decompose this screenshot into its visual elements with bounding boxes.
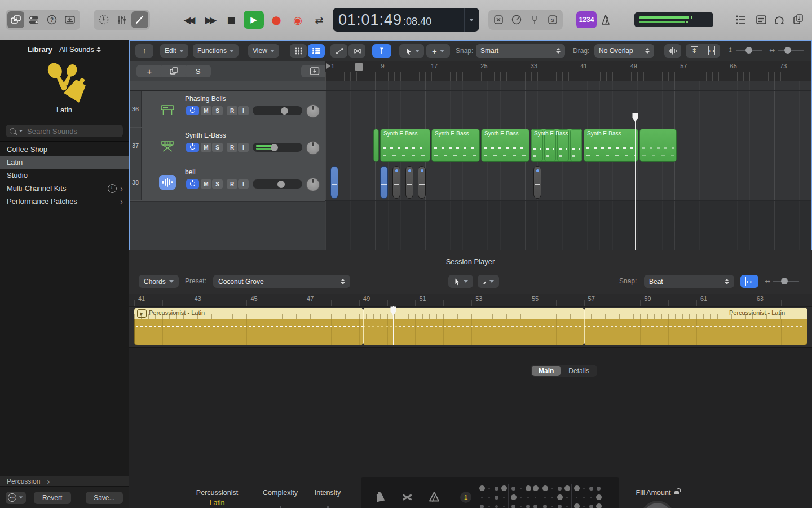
snap-select[interactable]: Smart: [476, 44, 565, 58]
hide-tracks-area-button[interactable]: ↑: [135, 44, 153, 58]
pattern-dot[interactable]: [558, 505, 562, 508]
tempo-gauge-icon[interactable]: [508, 11, 525, 28]
pattern-dot[interactable]: [596, 503, 602, 508]
midi-region[interactable]: Synth E-Bass: [380, 129, 430, 162]
pattern-dot[interactable]: [576, 497, 577, 498]
session-ruler[interactable]: 41434547495153555759616365: [129, 294, 812, 307]
edit-menu[interactable]: Edit: [160, 44, 188, 58]
pattern-dot[interactable]: [535, 497, 536, 498]
tab-main[interactable]: Main: [532, 366, 561, 376]
pattern-dot[interactable]: [520, 497, 522, 498]
region-play-icon[interactable]: ▶: [137, 309, 147, 318]
volume-slider[interactable]: [253, 106, 302, 115]
track-header-download-icon[interactable]: [301, 65, 328, 77]
claves-icon[interactable]: [399, 489, 415, 505]
audio-clip[interactable]: [405, 166, 413, 199]
help-icon[interactable]: ?: [43, 11, 60, 28]
tab-details[interactable]: Details: [562, 366, 596, 376]
volume-slider[interactable]: [253, 179, 302, 189]
playhead[interactable]: [635, 113, 636, 250]
record-enable-button[interactable]: R: [227, 143, 237, 152]
lcd-chevron-icon[interactable]: [464, 8, 474, 32]
forward-button[interactable]: ▶▶: [201, 11, 219, 29]
volume-knob[interactable]: [277, 181, 285, 188]
grid-view-icon[interactable]: [290, 44, 307, 58]
pattern-dot[interactable]: [511, 494, 517, 500]
save-button[interactable]: Save...: [86, 492, 123, 504]
rewind-button[interactable]: ◀◀: [179, 11, 197, 29]
downloads-icon[interactable]: [61, 11, 78, 28]
session-pencil-tool-menu[interactable]: [478, 275, 499, 288]
input-monitor-button[interactable]: I: [238, 179, 249, 189]
pattern-dot[interactable]: [558, 487, 562, 491]
download-icon[interactable]: [108, 184, 117, 193]
triangle-icon[interactable]: [426, 489, 442, 505]
sidebar-item-coffee-shop[interactable]: Coffee Shop: [0, 143, 129, 156]
tuner-icon[interactable]: [95, 11, 112, 28]
pointer-tool-menu[interactable]: [399, 44, 424, 58]
pan-knob[interactable]: [306, 104, 320, 118]
functions-menu[interactable]: Functions: [193, 44, 239, 58]
control-bar-icon[interactable]: [25, 11, 42, 28]
split-at-playhead-button[interactable]: [372, 44, 391, 58]
midi-region[interactable]: Synth E-Bass: [431, 129, 480, 162]
pattern-dot[interactable]: [583, 497, 585, 498]
pattern-dot[interactable]: [542, 485, 548, 491]
pattern-dot[interactable]: [488, 497, 490, 498]
loops-browser-icon[interactable]: [771, 12, 787, 28]
sidebar-item-multi-channel-kits[interactable]: Multi-Channel Kits›: [0, 182, 129, 195]
pattern-dot[interactable]: [495, 496, 498, 500]
session-region-header[interactable]: ▶ Percussionist - Latin Percussionist - …: [134, 308, 807, 319]
sidebar-item-latin[interactable]: Latin: [0, 156, 129, 169]
pattern-dot[interactable]: [526, 485, 531, 491]
duplicate-track-button[interactable]: [160, 65, 187, 77]
list-editors-icon[interactable]: [733, 12, 749, 28]
global-solo-button[interactable]: S: [185, 65, 211, 77]
complexity-slider[interactable]: [267, 506, 293, 508]
input-monitor-button[interactable]: I: [238, 106, 249, 115]
variation-badge[interactable]: 1: [460, 492, 471, 503]
library-action-menu-button[interactable]: •••: [6, 492, 26, 504]
count-in-button[interactable]: 1234: [576, 11, 597, 28]
automation-icon[interactable]: [330, 44, 347, 58]
pattern-dot[interactable]: [488, 488, 490, 489]
cycle-icon[interactable]: ⇄: [310, 11, 328, 29]
fill-amount-knob[interactable]: [643, 503, 672, 508]
horizontal-zoom-slider[interactable]: ↔: [769, 46, 804, 54]
session-snap-select[interactable]: Beat: [644, 275, 734, 288]
waveform-zoom-icon[interactable]: [664, 44, 681, 58]
session-region-body[interactable]: [134, 319, 807, 345]
tuning-fork-icon[interactable]: [526, 11, 543, 28]
pattern-dot[interactable]: [574, 503, 580, 508]
session-region[interactable]: ▶ Percussionist - Latin Percussionist - …: [134, 308, 807, 345]
patch-path[interactable]: Percussion ›: [0, 476, 129, 487]
mixer-icon[interactable]: [113, 11, 130, 28]
midi-region[interactable]: Synth E-Bass: [481, 129, 529, 162]
media-browser-icon[interactable]: [791, 12, 806, 28]
audio-clip[interactable]: [533, 166, 541, 199]
mute-button[interactable]: M: [201, 106, 211, 115]
audio-clip[interactable]: [392, 166, 400, 199]
pattern-dot[interactable]: [590, 497, 592, 498]
stop-button[interactable]: ■: [222, 11, 240, 29]
search-field[interactable]: [6, 125, 123, 137]
cowbell-icon[interactable]: [372, 489, 388, 505]
volume-knob[interactable]: [281, 107, 288, 115]
pattern-dot[interactable]: [597, 487, 601, 491]
track-on-button[interactable]: [186, 143, 199, 152]
volume-knob[interactable]: [271, 144, 278, 151]
pattern-dot[interactable]: [566, 497, 568, 498]
pattern-dot[interactable]: [566, 506, 568, 507]
pattern-dot[interactable]: [527, 497, 529, 498]
vertical-auto-zoom-icon[interactable]: ↕: [686, 44, 703, 58]
track-header-36[interactable]: 36Phasing BellsMSRI: [130, 91, 325, 128]
drag-select[interactable]: No Overlap: [594, 44, 654, 58]
volume-slider[interactable]: [253, 143, 302, 152]
metronome-icon[interactable]: [598, 12, 614, 28]
capture-record-icon[interactable]: ◉: [289, 11, 307, 29]
pattern-dot[interactable]: [488, 506, 490, 507]
audio-clip[interactable]: [330, 166, 338, 199]
list-view-icon[interactable]: [308, 44, 325, 58]
pattern-dot[interactable]: [543, 505, 547, 508]
pattern-dot[interactable]: [589, 505, 593, 508]
